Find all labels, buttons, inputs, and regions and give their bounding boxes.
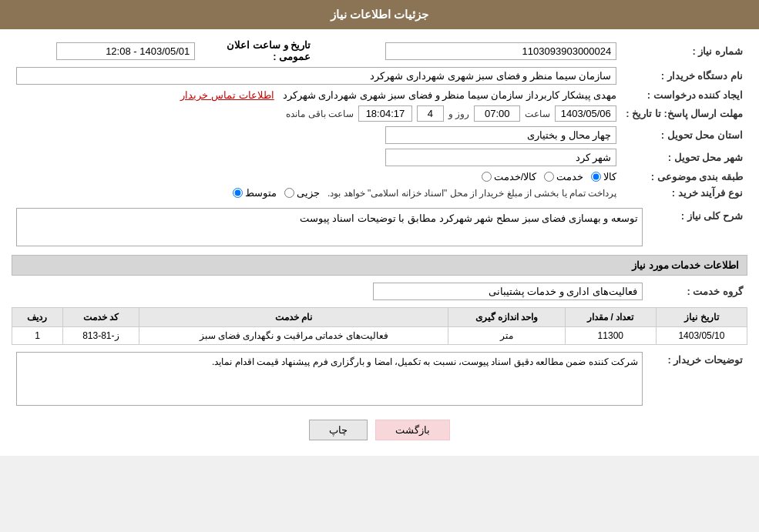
tarikh-input[interactable]: 1403/05/01 - 12:08 [56, 42, 195, 60]
print-button[interactable]: چاپ [309, 420, 368, 440]
main-info-table: شماره نیاز : 1103093903000024 تاریخ و سا… [12, 37, 747, 201]
shomare-niaz-input[interactable]: 1103093903000024 [385, 42, 616, 60]
rooz-label: روز و [448, 109, 469, 119]
noe-farayand-jozii[interactable]: جزیی [284, 187, 320, 199]
row-ostan: استان محل تحویل : چهار محال و بختیاری [12, 124, 747, 146]
tabaqe-khedmat-radio[interactable] [544, 172, 554, 182]
header-title: جزئیات اطلاعات نیاز [331, 8, 428, 21]
services-table: تاریخ نیاز تعداد / مقدار واحد اندازه گیر… [12, 307, 747, 345]
services-table-body: 1403/05/10 11300 متر فعالیت‌های خدماتی م… [12, 327, 747, 345]
row-nam-dastgah: نام دستگاه خریدار : سازمان سیما منظر و ف… [12, 65, 747, 87]
ijad-konande-value: مهدی پیشکار کاربرداز سازمان سیما منظر و … [12, 87, 621, 103]
noe-farayand-value: متوسط جزیی پرداخت تمام یا بخشی از مبلغ خ… [12, 185, 621, 201]
rooz-value[interactable]: 4 [417, 105, 444, 122]
col-kod-khedmat: کد خدمت [62, 308, 139, 327]
row-sharh-koli: شرح کلی نیاز : توسعه و بهسازی فضای سبز س… [12, 206, 747, 249]
ostan-value: چهار محال و بختیاری [12, 124, 621, 146]
saet-label: ساعت [525, 109, 550, 119]
content-area: شماره نیاز : 1103093903000024 تاریخ و سا… [0, 29, 759, 456]
cell-tedad: 11300 [565, 327, 656, 345]
gorohe-value: فعالیت‌های اداری و خدمات پشتیبانی [12, 280, 647, 303]
ostan-input[interactable]: چهار محال و بختیاری [385, 126, 616, 144]
noe-farayand-jozii-label: جزیی [297, 187, 320, 199]
nam-dastgah-input[interactable]: سازمان سیما منظر و فضای سبز شهری شهرداری… [16, 67, 616, 85]
sharh-koli-value: توسعه و بهسازی فضای سبز سطح شهر شهرکرد م… [12, 206, 647, 249]
shomare-niaz-value: 1103093903000024 [315, 37, 621, 65]
tarikh-label: تاریخ و ساعت اعلان عمومی : [200, 37, 315, 65]
mohlat-row: 1403/05/06 ساعت 07:00 روز و 4 18:04:17 س… [16, 105, 616, 122]
cell-kod-khedmat: ز-81-813 [62, 327, 139, 345]
page-wrapper: جزئیات اطلاعات نیاز شماره نیاز : 1103093… [0, 0, 759, 456]
mohlat-value: 1403/05/06 ساعت 07:00 روز و 4 18:04:17 س… [12, 103, 621, 124]
noe-farayand-row: متوسط جزیی پرداخت تمام یا بخشی از مبلغ خ… [16, 187, 616, 199]
shahr-label: شهر محل تحویل : [621, 146, 747, 169]
tazih-table: توضیحات خریدار : شرکت کننده ضمن مطالعه د… [12, 350, 747, 408]
tabaqe-kala-label: کالا [603, 171, 616, 182]
nam-dastgah-value: سازمان سیما منظر و فضای سبز شهری شهرداری… [12, 65, 621, 87]
tabaqe-khedmat-label: خدمت [556, 171, 583, 182]
table-row: 1403/05/10 11300 متر فعالیت‌های خدماتی م… [12, 327, 747, 345]
cell-radif: 1 [12, 327, 63, 345]
shahr-value: شهر کرد [12, 146, 621, 169]
row-ijad-konande: ایجاد کننده درخواست : مهدی پیشکار کاربرد… [12, 87, 747, 103]
tabaqe-kala-khidmat[interactable]: کالا/خدمت [482, 171, 537, 182]
tabaqe-khedmat[interactable]: خدمت [544, 171, 583, 182]
tabaqe-kala-radio[interactable] [591, 172, 601, 182]
cell-nam-khedmat: فعالیت‌های خدماتی مراقبت و نگهداری فضای … [139, 327, 448, 345]
noe-farayand-motavaset[interactable]: متوسط [233, 187, 277, 199]
col-radif: ردیف [12, 308, 63, 327]
tabaqe-value: کالا/خدمت خدمت کالا [12, 169, 621, 185]
tabaqe-kala[interactable]: کالا [591, 171, 616, 182]
noe-farayand-motavaset-radio[interactable] [233, 188, 243, 198]
noe-farayand-desc: پرداخت تمام یا بخشی از مبلغ خریدار از مح… [327, 188, 616, 199]
sharh-koli-label: شرح کلی نیاز : [647, 206, 747, 249]
ijad-konande-label: ایجاد کننده درخواست : [621, 87, 747, 103]
noe-farayand-motavaset-label: متوسط [245, 187, 277, 199]
tabaqe-kala-khidmat-radio[interactable] [482, 172, 492, 182]
row-tazih: توضیحات خریدار : شرکت کننده ضمن مطالعه د… [12, 350, 747, 408]
shomare-niaz-label: شماره نیاز : [621, 37, 747, 65]
col-vahed: واحد اندازه گیری [448, 308, 565, 327]
gorohe-input[interactable]: فعالیت‌های اداری و خدمات پشتیبانی [373, 283, 643, 300]
services-table-header-row: تاریخ نیاز تعداد / مقدار واحد اندازه گیر… [12, 308, 747, 327]
col-tedad: تعداد / مقدار [565, 308, 656, 327]
tarikh-value: 1403/05/01 - 12:08 [12, 37, 200, 65]
baghimande-value[interactable]: 18:04:17 [358, 105, 412, 122]
shahr-input[interactable]: شهر کرد [385, 149, 616, 166]
ijad-konande-link[interactable]: اطلاعات تماس خریدار [180, 89, 274, 101]
cell-vahed: متر [448, 327, 565, 345]
services-table-head: تاریخ نیاز تعداد / مقدار واحد اندازه گیر… [12, 308, 747, 327]
tabaqe-kala-khidmat-label: کالا/خدمت [494, 171, 537, 182]
gorohe-label: گروه خدمت : [647, 280, 747, 303]
tabaqe-label: طبقه بندی موضوعی : [621, 169, 747, 185]
tazih-label: توضیحات خریدار : [647, 350, 747, 408]
row-tabaqe: طبقه بندی موضوعی : کالا/خدمت خدمت کالا [12, 169, 747, 185]
tazih-value: شرکت کننده ضمن مطالعه دقیق اسناد پیوست، … [12, 350, 647, 408]
mohlat-label: مهلت ارسال پاسخ: تا تاریخ : [621, 103, 747, 124]
nam-dastgah-label: نام دستگاه خریدار : [621, 65, 747, 87]
ostan-label: استان محل تحویل : [621, 124, 747, 146]
page-header: جزئیات اطلاعات نیاز [0, 0, 759, 29]
back-button[interactable]: بازگشت [375, 420, 450, 440]
noe-farayand-jozii-radio[interactable] [284, 188, 294, 198]
row-noe-farayand: نوع فرآیند خرید : متوسط جزیی [12, 185, 747, 201]
mohlat-date[interactable]: 1403/05/06 [555, 105, 616, 122]
cell-tarikh-niaz: 1403/05/10 [656, 327, 747, 345]
khadamat-section-title: اطلاعات خدمات مورد نیاز [12, 255, 747, 276]
button-row: بازگشت چاپ [12, 420, 747, 440]
baghimande-label: ساعت باقی مانده [286, 109, 354, 119]
row-gorohe: گروه خدمت : فعالیت‌های اداری و خدمات پشت… [12, 280, 747, 303]
row-shahr: شهر محل تحویل : شهر کرد [12, 146, 747, 169]
noe-farayand-label: نوع فرآیند خرید : [621, 185, 747, 201]
gorohe-table: گروه خدمت : فعالیت‌های اداری و خدمات پشت… [12, 280, 747, 303]
row-shomare-niaz: شماره نیاز : 1103093903000024 تاریخ و سا… [12, 37, 747, 65]
saet-value[interactable]: 07:00 [474, 105, 520, 122]
tabaqe-radio-group: کالا/خدمت خدمت کالا [16, 171, 616, 182]
sharh-koli-box[interactable]: توسعه و بهسازی فضای سبز سطح شهر شهرکرد م… [16, 208, 643, 246]
tazih-box[interactable]: شرکت کننده ضمن مطالعه دقیق اسناد پیوست، … [16, 352, 643, 406]
col-nam-khedmat: نام خدمت [139, 308, 448, 327]
row-mohlat: مهلت ارسال پاسخ: تا تاریخ : 1403/05/06 س… [12, 103, 747, 124]
sharh-koli-table: شرح کلی نیاز : توسعه و بهسازی فضای سبز س… [12, 206, 747, 249]
ijad-konande-text: مهدی پیشکار کاربرداز سازمان سیما منظر و … [283, 89, 617, 101]
col-tarikh-niaz: تاریخ نیاز [656, 308, 747, 327]
